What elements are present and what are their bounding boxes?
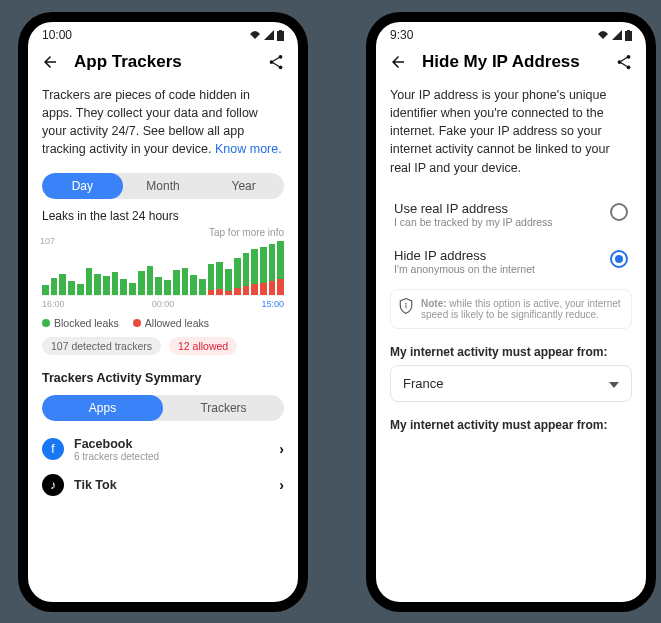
wifi-icon xyxy=(597,30,609,40)
back-icon[interactable] xyxy=(388,52,408,72)
page-title: Hide My IP Address xyxy=(422,52,600,72)
chart-bar xyxy=(129,283,136,294)
description: Your IP address is your phone's unique i… xyxy=(390,86,632,177)
activity-heading: Trackers Activity Symmary xyxy=(42,371,284,385)
share-icon[interactable] xyxy=(614,52,634,72)
radio-off-icon[interactable] xyxy=(610,203,628,221)
shield-icon xyxy=(399,298,413,320)
app-row-facebook[interactable]: f Facebook 6 trackers detected › xyxy=(42,431,284,468)
know-more-link[interactable]: Know more. xyxy=(215,142,282,156)
chart-bar xyxy=(155,277,162,294)
option-sub: I'm anonymous on the internet xyxy=(394,263,600,275)
status-bar: 9:30 xyxy=(376,22,646,48)
svg-rect-5 xyxy=(625,31,632,41)
activity-trackers[interactable]: Trackers xyxy=(163,395,284,421)
chart-bar xyxy=(225,269,232,295)
option-real-ip[interactable]: Use real IP address I can be tracked by … xyxy=(390,191,632,238)
option-hide-ip[interactable]: Hide IP address I'm anonymous on the int… xyxy=(390,238,632,285)
chart-bar xyxy=(164,280,171,294)
svg-point-10 xyxy=(405,303,407,305)
legend-allowed: Allowed leaks xyxy=(133,317,209,329)
option-title: Use real IP address xyxy=(394,201,600,216)
svg-rect-1 xyxy=(279,30,282,31)
app-bar: App Trackers xyxy=(28,48,298,80)
chart-bar xyxy=(269,244,276,294)
period-month[interactable]: Month xyxy=(123,173,204,199)
note-box: Note: while this option is active, your … xyxy=(390,289,632,329)
location-select[interactable]: France xyxy=(390,365,632,402)
chevron-right-icon: › xyxy=(279,441,284,457)
radio-on-icon[interactable] xyxy=(610,250,628,268)
leaks-chart[interactable]: 107 xyxy=(42,240,284,296)
app-bar: Hide My IP Address xyxy=(376,48,646,80)
app-row-tiktok[interactable]: ♪ Tik Tok › xyxy=(42,468,284,502)
chart-bar xyxy=(51,278,58,294)
chart-bar xyxy=(182,268,189,295)
status-bar: 10:00 xyxy=(28,22,298,48)
chart-xaxis: 16:00 00:00 15:00 xyxy=(42,299,284,309)
facebook-icon: f xyxy=(42,438,64,460)
status-icons xyxy=(597,30,632,41)
activity-segmented: Apps Trackers xyxy=(42,395,284,421)
xaxis-now: 15:00 xyxy=(261,299,284,309)
period-day[interactable]: Day xyxy=(42,173,123,199)
chart-legend: Blocked leaks Allowed leaks xyxy=(42,317,284,329)
chart-bar xyxy=(199,279,206,294)
chart-bar xyxy=(234,258,241,295)
location-label-2: My internet activity must appear from: xyxy=(390,418,632,432)
leaks-heading: Leaks in the last 24 hours xyxy=(42,209,284,223)
back-icon[interactable] xyxy=(40,52,60,72)
app-name: Facebook xyxy=(74,437,159,451)
chart-bar xyxy=(77,284,84,294)
chart-bar xyxy=(147,266,154,295)
note-text: while this option is active, your intern… xyxy=(421,298,621,320)
app-name: Tik Tok xyxy=(74,478,117,492)
chart-bar xyxy=(120,279,127,294)
screen-hideip: 9:30 Hide My IP Address Your IP address … xyxy=(376,22,646,602)
status-icons xyxy=(249,30,284,41)
period-year[interactable]: Year xyxy=(203,173,284,199)
stat-pills: 107 detected trackers 12 allowed xyxy=(42,337,284,355)
tiktok-icon: ♪ xyxy=(42,474,64,496)
signal-icon xyxy=(612,30,622,40)
dot-green-icon xyxy=(42,319,50,327)
signal-icon xyxy=(264,30,274,40)
chart-bar xyxy=(216,262,223,295)
location-value: France xyxy=(403,376,443,391)
chart-bar xyxy=(103,276,110,295)
tap-hint: Tap for more info xyxy=(42,227,284,238)
dot-red-icon xyxy=(133,319,141,327)
chart-bar xyxy=(243,253,250,294)
page-title: App Trackers xyxy=(74,52,252,72)
svg-rect-6 xyxy=(627,30,630,31)
content: Your IP address is your phone's unique i… xyxy=(376,80,646,602)
status-time: 10:00 xyxy=(42,28,72,42)
phone-trackers: 10:00 App Trackers Trackers are pieces o… xyxy=(18,12,308,612)
chart-bar xyxy=(94,274,101,295)
wifi-icon xyxy=(249,30,261,40)
chart-bar xyxy=(251,249,258,294)
chart-bar xyxy=(260,247,267,294)
share-icon[interactable] xyxy=(266,52,286,72)
chart-bar xyxy=(86,268,93,295)
chart-bar xyxy=(173,270,180,295)
chart-bar xyxy=(112,272,119,295)
pill-allowed: 12 allowed xyxy=(169,337,237,355)
chart-bar xyxy=(68,281,75,294)
chart-bar xyxy=(208,264,215,295)
svg-rect-0 xyxy=(277,31,284,41)
note-label: Note: xyxy=(421,298,447,309)
option-title: Hide IP address xyxy=(394,248,600,263)
legend-blocked: Blocked leaks xyxy=(42,317,119,329)
chart-ymax: 107 xyxy=(40,236,55,246)
location-label: My internet activity must appear from: xyxy=(390,345,632,359)
xaxis-t0: 16:00 xyxy=(42,299,65,309)
app-sub: 6 trackers detected xyxy=(74,451,159,462)
chart-bar xyxy=(138,271,145,295)
battery-icon xyxy=(277,30,284,41)
chart-bar xyxy=(277,241,284,294)
phone-hideip: 9:30 Hide My IP Address Your IP address … xyxy=(366,12,656,612)
activity-apps[interactable]: Apps xyxy=(42,395,163,421)
xaxis-t1: 00:00 xyxy=(152,299,175,309)
svg-rect-11 xyxy=(406,304,407,307)
